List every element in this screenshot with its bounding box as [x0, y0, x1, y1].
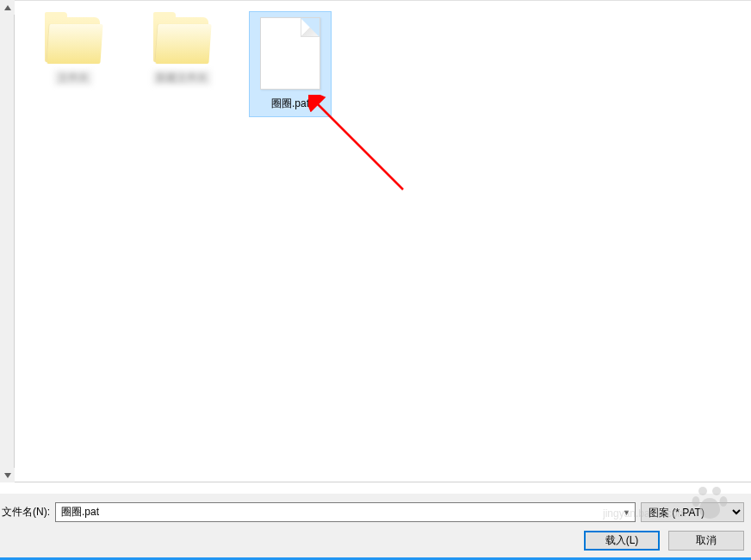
folder-item-1[interactable]: 文件夹 [32, 11, 115, 91]
load-button[interactable]: 载入(L) [584, 531, 660, 551]
pat-file-icon [260, 17, 320, 90]
scroll-up-button[interactable] [0, 0, 15, 15]
file-list-area[interactable]: 文件夹 新建文件夹 圈圈.pat [15, 0, 751, 482]
filename-input[interactable] [55, 502, 636, 522]
vertical-scrollbar[interactable] [0, 0, 15, 482]
folder-item-2[interactable]: 新建文件夹 [140, 11, 223, 91]
pat-file-item[interactable]: 圈圈.pat [249, 11, 332, 117]
filename-label: 文件名(N): [0, 505, 50, 520]
filetype-select[interactable]: 图案 (*.PAT) [641, 502, 744, 522]
bottom-bar: 文件名(N): ▼ 图案 (*.PAT) 载入(L) 取消 [0, 493, 751, 560]
folder-label: 新建文件夹 [152, 71, 211, 85]
scroll-track[interactable] [0, 15, 14, 468]
folder-icon [152, 17, 212, 65]
cancel-button[interactable]: 取消 [668, 531, 744, 551]
scroll-down-button[interactable] [0, 468, 15, 482]
pat-file-label: 圈圈.pat [271, 96, 309, 111]
folder-icon [43, 17, 103, 65]
folder-label: 文件夹 [54, 71, 92, 85]
